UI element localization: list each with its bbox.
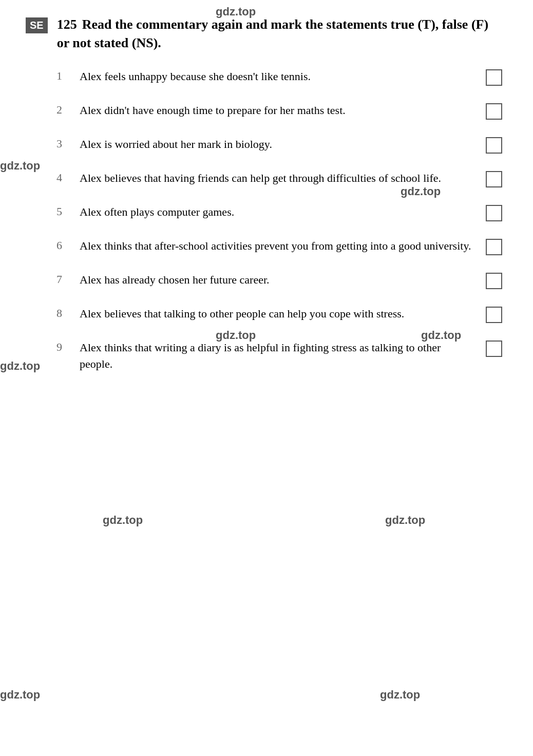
item-text-3: Alex is worried about her mark in biolog… <box>80 136 475 153</box>
item-number-3: 3 <box>56 137 74 150</box>
watermark-right-7: gdz.top <box>385 514 425 527</box>
checkbox-8[interactable] <box>486 307 502 323</box>
statement-item-9: 9 Alex thinks that writing a diary is as… <box>56 339 502 372</box>
checkbox-2[interactable] <box>486 103 502 120</box>
statement-item-5: 5 Alex often plays computer games. <box>56 204 502 221</box>
watermark-left-7: gdz.top <box>103 514 143 527</box>
exercise-number: 125 <box>57 17 77 32</box>
checkbox-3[interactable] <box>486 137 502 154</box>
checkbox-9[interactable] <box>486 341 502 357</box>
item-number-4: 4 <box>56 171 74 184</box>
item-text-6: Alex thinks that after-school activities… <box>80 238 475 254</box>
statement-item-8: 8 Alex believes that talking to other pe… <box>56 306 502 323</box>
checkbox-6[interactable] <box>486 239 502 255</box>
item-text-4: Alex believes that having friends can he… <box>80 170 475 186</box>
item-number-8: 8 <box>56 307 74 320</box>
exercise-header: SE 125Read the commentary again and mark… <box>26 15 502 53</box>
item-text-5: Alex often plays computer games. <box>80 204 475 220</box>
watermark-left-9: gdz.top <box>0 688 40 702</box>
checkbox-1[interactable] <box>486 69 502 86</box>
checkbox-4[interactable] <box>486 171 502 187</box>
instruction-text: Read the commentary again and mark the s… <box>57 17 488 50</box>
checkbox-7[interactable] <box>486 273 502 289</box>
item-number-7: 7 <box>56 273 74 286</box>
statement-item-3: 3 Alex is worried about her mark in biol… <box>56 136 502 154</box>
statement-item-6: 6 Alex thinks that after-school activiti… <box>56 238 502 255</box>
statement-item-7: 7 Alex has already chosen her future car… <box>56 272 502 289</box>
item-text-8: Alex believes that talking to other peop… <box>80 306 475 322</box>
watermark-right-9: gdz.top <box>380 688 420 702</box>
item-text-7: Alex has already chosen her future caree… <box>80 272 475 288</box>
statement-item-4: 4 Alex believes that having friends can … <box>56 170 502 187</box>
statement-item-1: 1 Alex feels unhappy because she doesn't… <box>56 68 502 86</box>
statement-item-2: 2 Alex didn't have enough time to prepar… <box>56 102 502 120</box>
page-container: gdz.top gdz.top gdz.top gdz.top gdz.top … <box>0 0 533 404</box>
item-text-2: Alex didn't have enough time to prepare … <box>80 102 475 119</box>
checkbox-5[interactable] <box>486 205 502 221</box>
item-text-1: Alex feels unhappy because she doesn't l… <box>80 68 475 85</box>
item-number-1: 1 <box>56 69 74 83</box>
item-number-5: 5 <box>56 205 74 218</box>
item-number-9: 9 <box>56 341 74 354</box>
se-badge: SE <box>26 17 48 33</box>
item-number-6: 6 <box>56 239 74 252</box>
statements-list: 1 Alex feels unhappy because she doesn't… <box>26 68 502 372</box>
item-number-2: 2 <box>56 103 74 117</box>
exercise-title: 125Read the commentary again and mark th… <box>57 15 502 53</box>
item-text-9: Alex thinks that writing a diary is as h… <box>80 339 475 372</box>
